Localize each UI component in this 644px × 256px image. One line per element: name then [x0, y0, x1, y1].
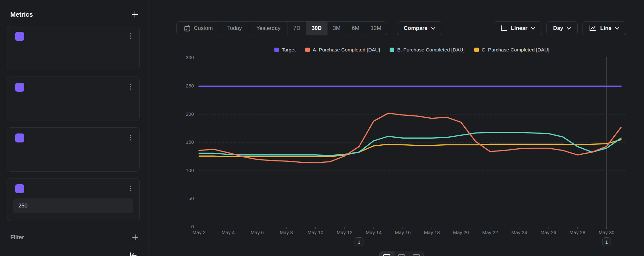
metric-badge: [15, 184, 24, 193]
x-axis-label: May 2: [193, 230, 206, 235]
metric-menu-button[interactable]: [127, 32, 134, 40]
y-axis-label-250: 250: [167, 83, 194, 88]
legend-label: A. Purchase Completed [DAU]: [313, 47, 380, 53]
plus-icon: [131, 10, 139, 19]
range-label: Yesterday: [256, 25, 280, 32]
y-axis-label-300: 300: [167, 55, 194, 60]
y-axis-label-50: 50: [167, 196, 194, 201]
range-12m[interactable]: 12M: [365, 22, 387, 35]
sidebar-footer-divider: [0, 245, 148, 245]
range-custom[interactable]: Custom: [177, 22, 220, 35]
metric-menu-button[interactable]: [127, 83, 134, 91]
filter-header: Filter: [10, 234, 24, 241]
x-axis-label: May 6: [251, 230, 264, 235]
metric-card-A[interactable]: [7, 26, 140, 70]
range-today[interactable]: Today: [220, 22, 249, 35]
x-axis-label: May 14: [366, 230, 382, 235]
legend-item-0[interactable]: Target: [274, 47, 296, 53]
x-axis-label: May 24: [511, 230, 527, 235]
chevron-down-icon: [431, 27, 435, 30]
series-a-purchase-completed-dau-: [199, 113, 621, 163]
legend-label: Target: [282, 47, 296, 53]
target-value-input[interactable]: [13, 198, 133, 213]
x-axis-label: May 28: [570, 230, 585, 235]
range-6m[interactable]: 6M: [346, 22, 365, 35]
annotation-badge-0[interactable]: 1: [355, 237, 364, 246]
granularity-label: Day: [553, 25, 563, 32]
metric-badge: [15, 32, 24, 41]
annotation-badge-1[interactable]: 1: [602, 237, 611, 246]
target-menu-button[interactable]: [127, 184, 134, 193]
x-axis-label: May 16: [395, 230, 411, 235]
x-axis-label: May 30: [599, 230, 614, 235]
x-axis-label: May 10: [308, 230, 323, 235]
metric-badge: [15, 83, 24, 92]
date-range-control: CustomTodayYesterday7D30D3M6M12M: [176, 21, 387, 35]
legend-item-2[interactable]: B. Purchase Completed [DAU]: [390, 47, 464, 53]
metric-card-C[interactable]: [7, 127, 140, 172]
x-axis-label: May 20: [453, 230, 469, 235]
legend-label: B. Purchase Completed [DAU]: [397, 47, 464, 53]
chevron-down-icon: [567, 27, 571, 30]
y-axis-label-150: 150: [167, 139, 194, 145]
x-axis-label: May 26: [540, 230, 556, 235]
range-label: 6M: [352, 25, 359, 32]
chart-type-button[interactable]: Line: [582, 21, 626, 35]
legend-item-3[interactable]: C. Purchase Completed [DAU]: [474, 47, 549, 53]
range-30d[interactable]: 30D: [306, 22, 327, 35]
add-metric-button[interactable]: [131, 10, 139, 19]
target-card[interactable]: [7, 178, 140, 221]
chart-view-segment[interactable]: [380, 251, 394, 256]
metric-menu-button[interactable]: [127, 133, 134, 142]
metrics-dashboard: Metrics Filter: [0, 0, 644, 256]
metrics-header: Metrics: [10, 11, 33, 18]
series-b-purchase-completed-dau-: [199, 133, 621, 156]
y-axis-label-0: 0: [167, 224, 194, 229]
series-c-purchase-completed-dau-: [199, 140, 621, 157]
collapse-sidebar-button[interactable]: [128, 251, 138, 256]
x-axis-label: May 12: [336, 230, 352, 235]
granularity-button[interactable]: Day: [546, 21, 578, 35]
legend-swatch: [305, 48, 310, 52]
scale-button[interactable]: Linear: [494, 21, 542, 35]
x-axis-label: May 8: [280, 230, 293, 235]
table-view-icon: [398, 254, 405, 256]
linear-axis-icon: [500, 25, 507, 32]
plus-icon: [131, 233, 139, 241]
range-3m[interactable]: 3M: [327, 22, 346, 35]
line-chart-icon: [589, 25, 597, 32]
range-label: Today: [227, 25, 242, 32]
chart-type-label: Line: [600, 25, 611, 32]
y-axis-label-100: 100: [167, 168, 194, 173]
range-label: 30D: [312, 25, 322, 32]
range-label: 7D: [293, 25, 300, 32]
x-axis-label: May 18: [424, 230, 440, 235]
chart-legend: TargetA. Purchase Completed [DAU]B. Purc…: [199, 47, 625, 53]
range-label: 3M: [333, 25, 341, 32]
compare-label: Compare: [404, 25, 428, 32]
metric-card-B[interactable]: [7, 77, 140, 121]
view-toggle-control: [379, 251, 424, 256]
collapse-left-icon: [128, 251, 138, 256]
compare-button[interactable]: Compare: [397, 21, 442, 35]
chevron-down-icon: [531, 27, 535, 30]
range-label: Custom: [194, 25, 213, 32]
range-yesterday[interactable]: Yesterday: [249, 22, 288, 35]
add-filter-button[interactable]: [131, 233, 139, 241]
range-7d[interactable]: 7D: [288, 22, 306, 35]
x-axis-label: May 4: [222, 230, 235, 235]
table-view-segment[interactable]: [394, 251, 409, 256]
legend-label: C. Purchase Completed [DAU]: [482, 47, 549, 53]
metric-card-list: [7, 26, 140, 221]
sidebar-divider: [148, 0, 148, 256]
legend-swatch: [474, 48, 479, 52]
chart-view-icon: [383, 254, 391, 256]
chart-controls: Linear Day Line: [494, 21, 626, 35]
split-view-segment[interactable]: [409, 251, 423, 256]
calendar-icon: [184, 25, 191, 32]
chevron-down-icon: [615, 27, 619, 30]
sidebar: Metrics Filter: [0, 0, 148, 256]
legend-item-1[interactable]: A. Purchase Completed [DAU]: [305, 47, 380, 53]
x-axis-label: May 22: [482, 230, 498, 235]
metric-badge: [15, 133, 24, 142]
